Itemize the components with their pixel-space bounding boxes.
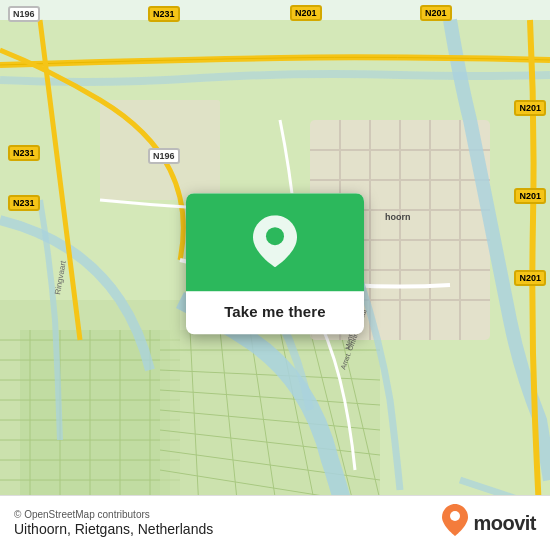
road-badge-n231-t: N231 [148,6,180,22]
moovit-logo: moovit [442,504,536,542]
popup-bottom: Take me there [186,291,364,334]
road-badge-n201-r1: N201 [514,100,546,116]
take-me-there-button[interactable]: Take me there [220,301,330,322]
osm-credit: © OpenStreetMap contributors [14,509,213,520]
pin-icon [253,215,297,273]
svg-point-51 [450,511,460,521]
bottom-left: © OpenStreetMap contributors Uithoorn, R… [14,509,213,537]
svg-text:hoorn: hoorn [385,212,411,222]
bottom-bar: © OpenStreetMap contributors Uithoorn, R… [0,495,550,550]
road-badge-n201-r2: N201 [514,188,546,204]
location-popup: Take me there [186,193,364,334]
road-badge-n201-tr: N201 [420,5,452,21]
svg-point-50 [266,227,284,245]
road-badge-n196-tl: N196 [8,6,40,22]
road-badge-n231-l1: N231 [8,145,40,161]
popup-top [186,193,364,291]
road-badge-n201-r3: N201 [514,270,546,286]
moovit-pin-icon [442,504,468,542]
road-badge-n196-l: N196 [148,148,180,164]
road-badge-n201-t: N201 [290,5,322,21]
moovit-logo-text: moovit [473,512,536,535]
map-container: Ringvaart Amstel Omringkanaal Mennoniete… [0,0,550,550]
location-name: Uithoorn, Rietgans, Netherlands [14,521,213,537]
road-badge-n231-l2: N231 [8,195,40,211]
